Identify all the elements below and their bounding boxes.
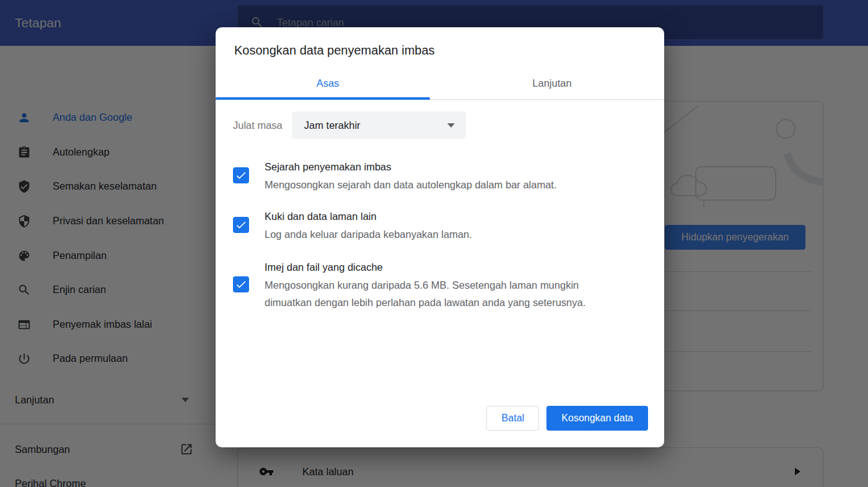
cancel-button[interactable]: Batal — [486, 406, 539, 431]
checkbox-row-cached-files: Imej dan fail yang dicache Mengosongkan … — [233, 258, 647, 311]
checkbox-row-cookies: Kuki dan data laman lain Log anda keluar… — [233, 207, 647, 243]
tab-indicator — [216, 97, 430, 100]
dialog-footer: Batal Kosongkan data — [216, 406, 664, 447]
cookies-checkbox[interactable] — [233, 217, 249, 233]
dialog-body: Julat masa Jam terakhir Sejarah penyemak… — [216, 112, 664, 311]
checkbox-description: Mengosongkan sejarah dan data autolengka… — [265, 176, 557, 193]
cached-files-checkbox[interactable] — [233, 276, 249, 292]
chrome-settings-page: Tetapan Anda dan Google Autolengkap Sema… — [0, 0, 868, 487]
dialog-tabs: Asas Lanjutan — [216, 67, 664, 100]
check-icon — [235, 219, 247, 231]
time-range-row: Julat masa Jam terakhir — [233, 112, 647, 139]
time-range-label: Julat masa — [233, 120, 283, 131]
check-icon — [235, 169, 247, 182]
checkbox-title: Sejarah penyemakan imbas — [265, 157, 557, 176]
clear-browsing-data-dialog: Kosongkan data penyemakan imbas Asas Lan… — [216, 27, 664, 447]
checkbox-row-browsing-history: Sejarah penyemakan imbas Mengosongkan se… — [233, 157, 647, 193]
clear-data-button[interactable]: Kosongkan data — [546, 406, 648, 431]
tab-basic[interactable]: Asas — [216, 67, 440, 99]
checkbox-description: Log anda keluar daripada kebanyakan lama… — [265, 226, 472, 243]
tab-advanced[interactable]: Lanjutan — [440, 67, 664, 99]
time-range-value: Jam terakhir — [304, 120, 361, 131]
checkbox-title: Kuki dan data laman lain — [265, 207, 472, 226]
time-range-select[interactable]: Jam terakhir — [292, 112, 466, 139]
check-icon — [235, 278, 247, 291]
browsing-history-checkbox[interactable] — [233, 167, 249, 183]
dialog-title: Kosongkan data penyemakan imbas — [216, 27, 664, 58]
dropdown-caret-icon — [447, 123, 455, 128]
checkbox-description: Mengosongkan kurang daripada 5.6 MB. Ses… — [265, 276, 612, 311]
checkbox-title: Imej dan fail yang dicache — [265, 258, 612, 276]
